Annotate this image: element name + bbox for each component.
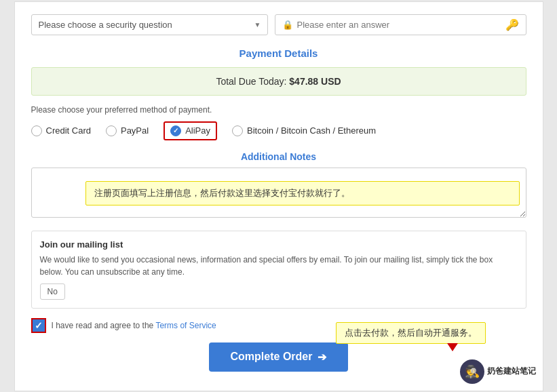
order-tooltip: 点击去付款，然后自动开通服务。	[336, 322, 486, 344]
payment-option-credit-card[interactable]: Credit Card	[31, 125, 91, 136]
agree-checkbox[interactable]: ✓	[31, 318, 46, 333]
payment-option-bitcoin[interactable]: Bitcoin / Bitcoin Cash / Ethereum	[232, 125, 376, 136]
mailing-toggle-wrap: No	[40, 283, 518, 300]
credit-card-label: Credit Card	[46, 125, 91, 136]
answer-input[interactable]	[297, 15, 501, 35]
agree-text-prefix: I have read and agree to the	[52, 321, 156, 330]
watermark-text: 奶爸建站笔记	[487, 366, 536, 377]
notes-tooltip: 注册页面填写上注册信息，然后付款这里选择支付宝付款就行了。	[85, 181, 520, 205]
checkmark-icon: ✓	[35, 320, 43, 331]
security-question-select[interactable]: Please choose a security question	[31, 14, 268, 35]
key-icon: 🔑	[505, 18, 519, 31]
mailing-no-button[interactable]: No	[40, 283, 65, 300]
total-amount: $47.88 USD	[289, 76, 341, 87]
lock-icon: 🔒	[282, 20, 293, 30]
radio-bitcoin	[232, 125, 243, 136]
alipay-label: AliPay	[185, 125, 210, 136]
total-label: Total Due Today:	[216, 76, 286, 87]
paypal-label: PayPal	[121, 125, 149, 136]
mailing-description: We would like to send you occasional new…	[40, 254, 518, 278]
answer-input-wrap: 🔒 🔑	[275, 14, 526, 35]
security-question-wrap: Please choose a security question	[31, 14, 268, 35]
notes-wrap: 注册页面填写上注册信息，然后付款这里选择支付宝付款就行了。	[31, 168, 526, 220]
mailing-section: Join our mailing list We would like to s…	[31, 231, 526, 309]
payment-option-alipay[interactable]: AliPay	[164, 121, 217, 140]
notes-section-title: Additional Notes	[31, 151, 526, 162]
complete-order-button[interactable]: Complete Order ➔	[209, 342, 349, 372]
radio-paypal	[106, 125, 117, 136]
complete-order-label: Complete Order	[231, 351, 313, 363]
watermark-avatar: 🕵	[460, 359, 484, 384]
payment-method-label: Please choose your preferred method of p…	[31, 105, 526, 115]
payment-option-paypal[interactable]: PayPal	[106, 125, 149, 136]
watermark: 🕵 奶爸建站笔记	[460, 359, 536, 384]
complete-order-wrap: 点击去付款，然后自动开通服务。 Complete Order ➔	[31, 342, 526, 372]
radio-credit-card	[31, 125, 42, 136]
payment-methods: Credit Card PayPal AliPay Bitcoin / Bitc…	[31, 121, 526, 140]
bitcoin-label: Bitcoin / Bitcoin Cash / Ethereum	[247, 125, 376, 136]
avatar-icon: 🕵	[465, 364, 480, 379]
total-box: Total Due Today: $47.88 USD	[31, 67, 526, 96]
radio-alipay	[170, 125, 181, 136]
terms-link[interactable]: Terms of Service	[155, 321, 216, 330]
arrow-icon: ➔	[318, 351, 326, 364]
mailing-title: Join our mailing list	[40, 239, 518, 250]
payment-section-title: Payment Details	[31, 47, 526, 59]
agree-text: I have read and agree to the Terms of Se…	[52, 321, 216, 330]
